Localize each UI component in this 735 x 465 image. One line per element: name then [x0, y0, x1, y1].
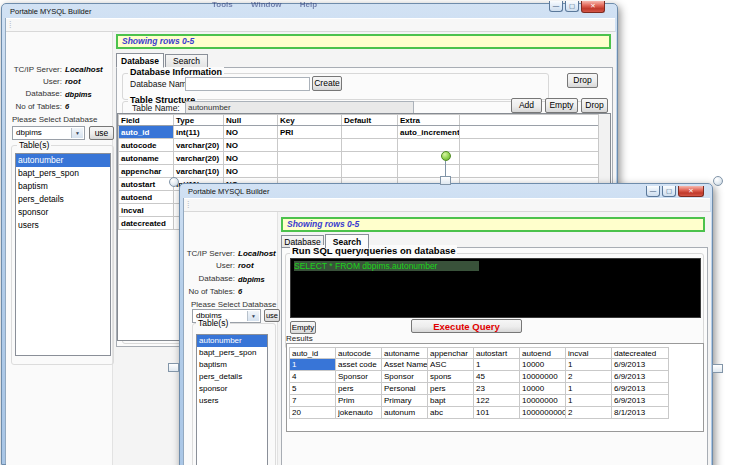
execute-query-button[interactable]: Execute Query: [411, 319, 522, 333]
table-cell[interactable]: Personal: [382, 383, 428, 395]
selection-handle-top-left[interactable]: [169, 177, 179, 187]
table-cell[interactable]: Asset Name: [382, 359, 428, 371]
table-cell[interactable]: 6/9/2013: [612, 359, 669, 371]
list-item[interactable]: sponsor: [197, 383, 267, 395]
table-cell[interactable]: autoname: [119, 152, 174, 165]
table-cell[interactable]: [342, 126, 398, 139]
table-cell[interactable]: varchar(20): [174, 152, 224, 165]
table-row[interactable]: 20jokenautoautonumabc101100000000028/1/2…: [290, 407, 669, 419]
table-cell[interactable]: asset code: [336, 359, 382, 371]
table-cell[interactable]: 45: [474, 371, 520, 383]
rotation-handle[interactable]: [441, 151, 451, 161]
selection-handle-top-center[interactable]: [440, 176, 451, 185]
create-button[interactable]: Create: [312, 76, 342, 91]
table-cell[interactable]: 1: [566, 395, 612, 407]
table-cell[interactable]: appenchar: [119, 165, 174, 178]
table-row[interactable]: auto_idint(11)NOPRIauto_increment: [119, 126, 599, 139]
table-cell[interactable]: 2: [566, 371, 612, 383]
table-cell[interactable]: 6/9/2013: [612, 383, 669, 395]
list-item[interactable]: pers_details: [197, 371, 267, 383]
table-cell[interactable]: 1: [474, 359, 520, 371]
use-button[interactable]: use: [264, 309, 280, 322]
sql-query-input[interactable]: SELECT * FROM dbpims.autonumber: [290, 258, 701, 318]
table-cell[interactable]: 10000000: [520, 395, 566, 407]
table-cell[interactable]: [342, 139, 398, 152]
empty-table-button[interactable]: Empty: [545, 98, 578, 113]
table-cell[interactable]: [342, 152, 398, 165]
maximize-button[interactable]: ▢: [662, 186, 676, 197]
table-cell[interactable]: spons: [428, 371, 474, 383]
list-item[interactable]: autonumber: [197, 335, 267, 347]
drop-table-button[interactable]: Drop: [581, 98, 608, 113]
empty-query-button[interactable]: Empty: [290, 321, 316, 334]
table-cell[interactable]: pers: [336, 383, 382, 395]
table-cell[interactable]: [278, 139, 342, 152]
database-dropdown[interactable]: dbpims ▼: [12, 126, 85, 140]
table-cell[interactable]: 6/9/2013: [612, 395, 669, 407]
selection-handle-top-right[interactable]: [713, 176, 723, 186]
table-cell[interactable]: [460, 139, 599, 152]
table-cell[interactable]: abc: [428, 407, 474, 419]
table-cell[interactable]: [278, 165, 342, 178]
tables-listbox[interactable]: autonumberbapt_pers_sponbaptismpers_deta…: [196, 334, 268, 465]
table-cell[interactable]: [460, 165, 599, 178]
tables-listbox[interactable]: autonumberbapt_pers_sponbaptismpers_deta…: [15, 153, 111, 356]
table-cell[interactable]: autoend: [119, 191, 174, 204]
table-cell[interactable]: pers: [428, 383, 474, 395]
table-cell[interactable]: 5: [290, 383, 336, 395]
table-cell[interactable]: auto_increment: [398, 126, 460, 139]
list-item[interactable]: baptism: [16, 180, 110, 193]
table-row[interactable]: 7PrimPrimarybapt1221000000016/9/2013: [290, 395, 669, 407]
list-item[interactable]: users: [16, 219, 110, 232]
list-item[interactable]: autonumber: [16, 154, 110, 167]
table-cell[interactable]: 20: [290, 407, 336, 419]
tab-search[interactable]: Search: [165, 54, 208, 68]
drop-database-button[interactable]: Drop: [567, 73, 598, 88]
table-cell[interactable]: jokenauto: [336, 407, 382, 419]
table-cell[interactable]: 8/1/2013: [612, 407, 669, 419]
table-cell[interactable]: datecreated: [119, 217, 174, 230]
table-row[interactable]: autocodevarchar(20)NO: [119, 139, 599, 152]
list-item[interactable]: sponsor: [16, 206, 110, 219]
table-cell[interactable]: autostart: [119, 178, 174, 191]
list-item[interactable]: baptism: [197, 359, 267, 371]
table-cell[interactable]: 1: [566, 359, 612, 371]
list-item[interactable]: pers_details: [16, 193, 110, 206]
table-cell[interactable]: Sponsor: [336, 371, 382, 383]
close-button[interactable]: ✕: [678, 186, 704, 197]
table-cell[interactable]: 10000: [520, 383, 566, 395]
table-cell[interactable]: varchar(20): [174, 139, 224, 152]
table-cell[interactable]: autocode: [119, 139, 174, 152]
list-item[interactable]: bapt_pers_spon: [197, 347, 267, 359]
list-item[interactable]: users: [197, 395, 267, 407]
minimize-button[interactable]: —: [549, 1, 563, 12]
table-cell[interactable]: 2: [566, 407, 612, 419]
table-cell[interactable]: 6/9/2013: [612, 371, 669, 383]
close-button[interactable]: ✕: [581, 1, 605, 13]
table-row[interactable]: 4SponsorSponsorspons451000000026/9/2013: [290, 371, 669, 383]
maximize-button[interactable]: ▢: [565, 1, 579, 12]
database-name-input[interactable]: [185, 77, 310, 91]
table-cell[interactable]: NO: [224, 139, 278, 152]
table-cell[interactable]: 7: [290, 395, 336, 407]
table-cell[interactable]: [342, 165, 398, 178]
table-cell[interactable]: 122: [474, 395, 520, 407]
table-cell[interactable]: autonum: [382, 407, 428, 419]
table-cell[interactable]: 10000000: [520, 371, 566, 383]
table-cell[interactable]: 101: [474, 407, 520, 419]
table-cell[interactable]: [460, 126, 599, 139]
window-title[interactable]: Portable MYSQL Builder: [188, 187, 269, 196]
tab-search[interactable]: Search: [325, 234, 369, 249]
table-row[interactable]: 1asset codeAsset NameASC11000016/9/2013: [290, 359, 669, 371]
table-cell[interactable]: [460, 152, 599, 165]
selection-handle-mid-left[interactable]: [168, 363, 179, 372]
table-cell[interactable]: PRI: [278, 126, 342, 139]
minimize-button[interactable]: —: [646, 186, 660, 197]
add-field-button[interactable]: Add: [511, 98, 542, 113]
table-cell[interactable]: 1000000000: [520, 407, 566, 419]
table-cell[interactable]: 23: [474, 383, 520, 395]
table-cell[interactable]: 10000: [520, 359, 566, 371]
table-cell[interactable]: NO: [224, 152, 278, 165]
table-cell[interactable]: int(11): [174, 126, 224, 139]
tab-database[interactable]: Database: [116, 53, 164, 68]
